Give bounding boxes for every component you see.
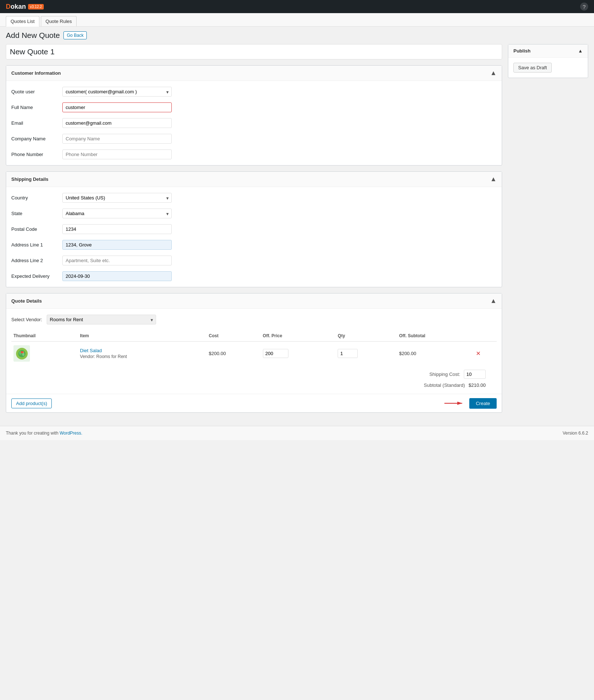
full-name-input[interactable] xyxy=(62,102,172,112)
main-layout: Customer Information ▲ Quote user custom… xyxy=(0,44,594,426)
expected-delivery-row: Expected Delivery xyxy=(11,271,497,281)
product-thumbnail xyxy=(13,345,30,362)
vendor-row: Select Vendor: Rooms for Rent xyxy=(11,315,497,324)
subtotal-label: Subtotal (Standard) xyxy=(424,382,465,388)
state-label: State xyxy=(11,211,62,216)
customer-info-collapse-icon: ▲ xyxy=(490,69,497,77)
postal-code-control xyxy=(62,224,497,234)
product-qty-cell xyxy=(335,342,397,366)
tab-quotes-list[interactable]: Quotes List xyxy=(6,16,39,27)
product-image xyxy=(15,347,28,360)
arrow-indicator xyxy=(443,398,465,409)
top-bar: Dokan v3.12.2 ? xyxy=(0,0,594,13)
email-row: Email xyxy=(11,118,497,128)
address-line1-control xyxy=(62,240,497,250)
quote-details-collapse-icon: ▲ xyxy=(490,297,497,305)
quote-details-header[interactable]: Quote Details ▲ xyxy=(6,293,502,309)
quote-table: Thumbnail Item Cost Off. Price Qty Off. … xyxy=(11,330,497,365)
quote-details-footer: Add product(s) Create xyxy=(6,394,502,412)
subtotal-value: $210.00 xyxy=(469,382,486,388)
country-select[interactable]: United States (US) xyxy=(62,193,172,203)
product-vendor-info: Vendor: Rooms for Rent xyxy=(80,354,204,359)
tab-quote-rules[interactable]: Quote Rules xyxy=(41,16,77,26)
customer-information-panel: Customer Information ▲ Quote user custom… xyxy=(6,65,502,166)
col-off-subtotal: Off. Subtotal xyxy=(397,330,474,342)
address-line1-input[interactable] xyxy=(62,240,172,250)
address-line1-row: Address Line 1 xyxy=(11,240,497,250)
back-button[interactable]: Go Back xyxy=(63,31,87,39)
state-select-container: Alabama xyxy=(62,209,172,218)
company-name-input[interactable] xyxy=(62,134,172,144)
shipping-cost-label: Shipping Cost: xyxy=(429,372,460,377)
quote-title-wrap xyxy=(6,44,502,59)
publish-collapse-icon: ▲ xyxy=(578,48,583,54)
country-select-container: United States (US) xyxy=(62,193,172,203)
col-qty: Qty xyxy=(335,330,397,342)
email-control xyxy=(62,118,497,128)
shipping-details-collapse-icon: ▲ xyxy=(490,175,497,183)
page-title: Add New Quote xyxy=(6,31,60,40)
expected-delivery-input[interactable] xyxy=(62,271,172,281)
company-name-control xyxy=(62,134,497,144)
logo-area: Dokan v3.12.2 xyxy=(6,3,44,11)
sidebar: Publish ▲ Save as Draft xyxy=(508,44,588,419)
email-input[interactable] xyxy=(62,118,172,128)
quote-title-input[interactable] xyxy=(6,44,502,59)
publish-panel: Publish ▲ Save as Draft xyxy=(508,44,588,78)
vendor-select[interactable]: Rooms for Rent xyxy=(47,315,156,324)
arrow-svg xyxy=(443,398,465,409)
phone-control xyxy=(62,149,497,159)
state-select[interactable]: Alabama xyxy=(62,209,172,218)
customer-info-body: Quote user customer( customer@gmail.com … xyxy=(6,81,502,165)
footer: Thank you for creating with WordPress. V… xyxy=(0,426,594,440)
country-control: United States (US) xyxy=(62,193,497,203)
product-off-subtotal-cell: $200.00 xyxy=(397,342,474,366)
company-name-label: Company Name xyxy=(11,136,62,141)
shipping-details-body: Country United States (US) State xyxy=(6,187,502,287)
publish-title: Publish xyxy=(513,48,531,54)
shipping-details-panel: Shipping Details ▲ Country United States… xyxy=(6,171,502,287)
product-remove-cell: ✕ xyxy=(474,342,497,366)
quote-user-label: Quote user xyxy=(11,89,62,94)
product-off-price-cell xyxy=(261,342,336,366)
create-button[interactable]: Create xyxy=(469,398,497,409)
page-header: Add New Quote Go Back xyxy=(0,27,594,44)
footer-wordpress-link[interactable]: WordPress. xyxy=(59,431,82,436)
product-item-link[interactable]: Diet Salad xyxy=(80,348,102,353)
quote-user-select[interactable]: customer( customer@gmail.com ) xyxy=(62,87,172,97)
shipping-details-header[interactable]: Shipping Details ▲ xyxy=(6,172,502,187)
customer-info-header[interactable]: Customer Information ▲ xyxy=(6,66,502,81)
vendor-info-label: Vendor: xyxy=(80,354,95,359)
shipping-details-title: Shipping Details xyxy=(11,176,48,182)
quote-user-select-wrap: customer( customer@gmail.com ) xyxy=(62,87,497,97)
logo-accent: D xyxy=(6,3,11,10)
quote-details-panel: Quote Details ▲ Select Vendor: Rooms for… xyxy=(6,293,502,413)
product-qty-input[interactable] xyxy=(338,349,358,358)
customer-info-title: Customer Information xyxy=(11,70,61,76)
phone-label: Phone Number xyxy=(11,152,62,157)
shipping-cost-input[interactable] xyxy=(464,370,486,379)
table-row: Diet Salad Vendor: Rooms for Rent $200.0… xyxy=(11,342,497,366)
address-line1-label: Address Line 1 xyxy=(11,242,62,248)
product-thumbnail-cell xyxy=(11,342,78,366)
address-line2-row: Address Line 2 xyxy=(11,256,497,265)
save-draft-button[interactable]: Save as Draft xyxy=(513,63,552,73)
postal-code-input[interactable] xyxy=(62,224,172,234)
address-line2-control xyxy=(62,256,497,265)
phone-input[interactable] xyxy=(62,149,172,159)
add-product-button[interactable]: Add product(s) xyxy=(11,398,52,408)
address-line2-input[interactable] xyxy=(62,256,172,265)
product-off-price-input[interactable] xyxy=(263,349,288,358)
svg-point-5 xyxy=(23,351,24,353)
full-name-row: Full Name xyxy=(11,102,497,112)
shipping-subtotal-section: Shipping Cost: Subtotal (Standard) $210.… xyxy=(11,370,497,388)
publish-panel-body: Save as Draft xyxy=(508,58,588,78)
quote-details-body: Select Vendor: Rooms for Rent Thumbnail … xyxy=(6,309,502,394)
product-cost-cell: $200.00 xyxy=(207,342,261,366)
help-icon[interactable]: ? xyxy=(580,3,588,11)
col-thumbnail: Thumbnail xyxy=(11,330,78,342)
product-remove-button[interactable]: ✕ xyxy=(476,350,481,357)
footer-text: Thank you for creating with WordPress. xyxy=(6,431,82,436)
vendor-info-name: Rooms for Rent xyxy=(96,354,127,359)
vendor-label: Select Vendor: xyxy=(11,317,42,322)
